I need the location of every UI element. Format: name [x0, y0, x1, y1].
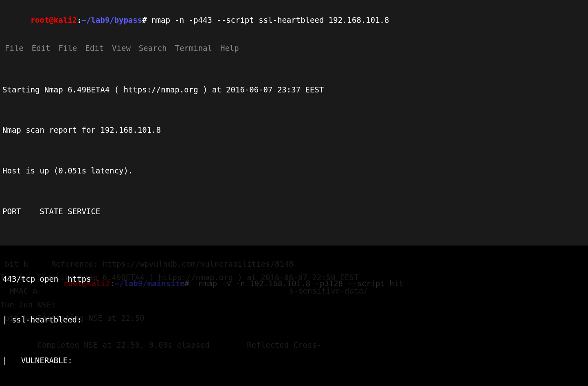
- prompt-symbol: #: [142, 15, 147, 24]
- port-443-line: 443/tcp open https: [2, 272, 586, 286]
- terminal-window[interactable]: root@kali2: ~/lab9/mainsit 443 PORT STAT…: [0, 0, 588, 386]
- vulnerable-label: | VULNERABLE:: [2, 354, 586, 367]
- menubar: File Edit File Edit View Search Terminal…: [0, 41, 588, 56]
- host-up-line: Host is up (0.051s latency).: [2, 164, 586, 178]
- prompt-user: root@kali2: [31, 15, 77, 24]
- menu-edit-bg: Edit: [85, 42, 104, 55]
- menu-search-bg: Search: [139, 42, 167, 55]
- ssl-heartbleed-label: | ssl-heartbleed:: [2, 313, 586, 327]
- prompt-path: ~/lab9/bypass: [81, 15, 142, 24]
- port-header-line: PORT STATE SERVICE: [2, 205, 586, 218]
- command-text: nmap -n -p443 --script ssl-heartbleed 19…: [147, 15, 389, 24]
- prompt-separator: :: [77, 15, 81, 24]
- menu-file-bg: File: [59, 42, 77, 55]
- menu-view-bg: View: [112, 42, 131, 55]
- menu-terminal-bg: Terminal: [175, 42, 212, 55]
- menu-edit[interactable]: Edit: [32, 42, 50, 55]
- menu-file[interactable]: File: [5, 42, 24, 55]
- nmap-starting-line: Starting Nmap 6.49BETA4 ( https://nmap.o…: [2, 83, 586, 96]
- nmap-scan-report-line: Nmap scan report for 192.168.101.8: [2, 123, 586, 137]
- menu-help-bg: Help: [220, 42, 239, 55]
- command-prompt-line: root@kali2:~/lab9/bypass# nmap -n -p443 …: [0, 0, 588, 41]
